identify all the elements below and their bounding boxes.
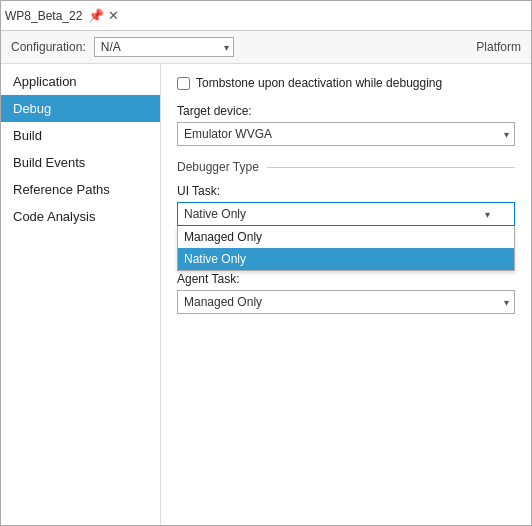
- ui-task-dropdown-trigger[interactable]: Native Only ▾: [177, 202, 515, 226]
- ui-task-option-native-only[interactable]: Native Only: [178, 248, 514, 270]
- section-divider: [267, 167, 515, 168]
- target-device-select-wrapper: Emulator WVGA Device Emulator WXGA Emula…: [177, 122, 515, 146]
- pin-icon[interactable]: 📌: [88, 8, 104, 23]
- sidebar: Application Debug Build Build Events Ref…: [1, 64, 161, 525]
- ui-task-selected-value: Native Only: [184, 207, 246, 221]
- agent-task-select-wrapper: Managed Only Native Only Mixed: [177, 290, 515, 314]
- tombstone-row: Tombstone upon deactivation while debugg…: [177, 76, 515, 90]
- sidebar-item-build-events[interactable]: Build Events: [1, 149, 160, 176]
- sidebar-item-debug[interactable]: Debug: [1, 95, 160, 122]
- main-area: Application Debug Build Build Events Ref…: [1, 64, 531, 525]
- configuration-label: Configuration:: [11, 40, 86, 54]
- main-window: WP8_Beta_22 📌 ✕ Configuration: N/A Platf…: [0, 0, 532, 526]
- content-panel: Tombstone upon deactivation while debugg…: [161, 64, 531, 525]
- config-bar: Configuration: N/A Platform: [1, 31, 531, 64]
- agent-task-select[interactable]: Managed Only Native Only Mixed: [177, 290, 515, 314]
- debugger-type-title: Debugger Type: [177, 160, 259, 174]
- target-device-select[interactable]: Emulator WVGA Device Emulator WXGA Emula…: [177, 122, 515, 146]
- title-bar: WP8_Beta_22 📌 ✕: [1, 1, 531, 31]
- sidebar-item-code-analysis[interactable]: Code Analysis: [1, 203, 160, 230]
- close-icon[interactable]: ✕: [108, 8, 119, 23]
- configuration-select[interactable]: N/A: [94, 37, 234, 57]
- sidebar-item-application[interactable]: Application: [1, 68, 160, 95]
- target-device-group: Target device: Emulator WVGA Device Emul…: [177, 104, 515, 146]
- tombstone-label: Tombstone upon deactivation while debugg…: [196, 76, 442, 90]
- ui-task-dropdown-container: Native Only ▾ Managed Only Native Only: [177, 202, 515, 226]
- ui-task-dropdown-list: Managed Only Native Only: [177, 226, 515, 271]
- agent-task-group: Agent Task: Managed Only Native Only Mix…: [177, 272, 515, 314]
- platform-label: Platform: [476, 40, 521, 54]
- ui-task-option-managed-only[interactable]: Managed Only: [178, 226, 514, 248]
- agent-task-label: Agent Task:: [177, 272, 515, 286]
- ui-task-arrow-icon: ▾: [485, 209, 490, 220]
- ui-task-label: UI Task:: [177, 184, 515, 198]
- tombstone-checkbox[interactable]: [177, 77, 190, 90]
- ui-task-group: UI Task: Native Only ▾ Managed Only Nati…: [177, 184, 515, 226]
- configuration-select-wrapper: N/A: [94, 37, 234, 57]
- debugger-type-header: Debugger Type: [177, 160, 515, 174]
- title-text: WP8_Beta_22: [5, 9, 82, 23]
- sidebar-item-reference-paths[interactable]: Reference Paths: [1, 176, 160, 203]
- sidebar-item-build[interactable]: Build: [1, 122, 160, 149]
- target-device-label: Target device:: [177, 104, 515, 118]
